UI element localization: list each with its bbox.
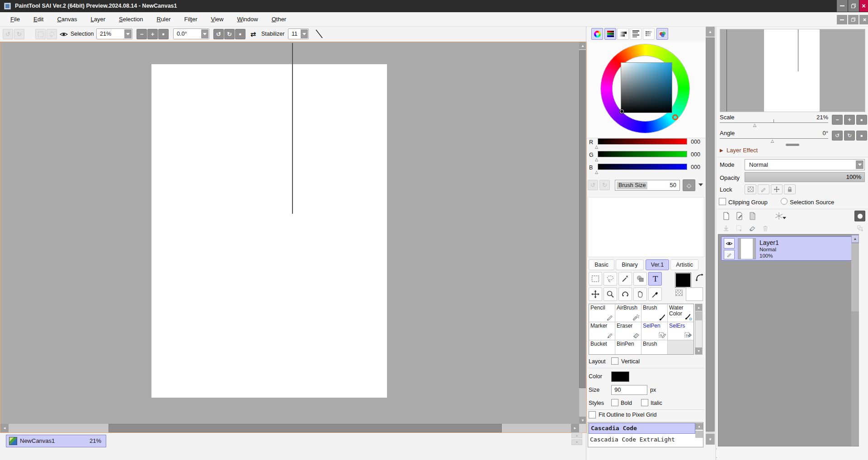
clear-layer-button[interactable] <box>747 223 758 233</box>
g-slider[interactable] <box>598 151 687 157</box>
layer-mask-button[interactable] <box>854 211 865 221</box>
canvas-hscroll-right-icon[interactable]: ► <box>571 424 579 432</box>
new-layer-button[interactable] <box>721 211 731 221</box>
redo-button[interactable]: ↻ <box>14 29 24 39</box>
perspective-ruler-button[interactable] <box>773 211 785 221</box>
mid-panel-scroll-up-icon[interactable]: ▲ <box>706 27 715 37</box>
panel-scroll-up-mini-icon[interactable]: ▲ <box>571 432 582 438</box>
marquee-tool-button[interactable] <box>589 272 602 286</box>
palette-grid-mode-button[interactable] <box>643 28 655 40</box>
undo-button[interactable]: ↺ <box>3 29 13 39</box>
grayscale-slider-mode-button[interactable] <box>617 28 629 40</box>
flip-horizontal-icon[interactable]: ⇄ <box>248 29 258 39</box>
rotate-ccw-button[interactable]: ↺ <box>213 29 224 39</box>
child-minimize-button[interactable] <box>837 15 847 24</box>
panel-resize-handle[interactable] <box>786 144 799 146</box>
window-minimize-button[interactable] <box>837 0 848 12</box>
blend-mode-dropdown[interactable]: Normal <box>745 159 865 170</box>
child-close-button[interactable]: × <box>859 15 868 24</box>
brush-list-scroll-up-icon[interactable]: ▲ <box>695 304 702 311</box>
brush-marker[interactable]: Marker <box>589 322 615 340</box>
zoom-in-button[interactable]: + <box>147 29 158 39</box>
canvas-page[interactable] <box>151 64 387 398</box>
rgb-slider-mode-button[interactable] <box>604 28 616 40</box>
angle-combo[interactable]: 0.0° <box>173 28 209 39</box>
menu-view[interactable]: View <box>204 12 230 27</box>
canvas-viewport[interactable]: ▲ ▼ ◄ ► <box>0 42 587 433</box>
layer-visibility-button[interactable] <box>724 238 735 249</box>
menu-canvas[interactable]: Canvas <box>50 12 84 27</box>
tab-basic[interactable]: Basic <box>589 259 614 270</box>
canvas-vscroll-up-icon[interactable]: ▲ <box>579 42 586 49</box>
brush-redo-button[interactable]: ↻ <box>599 180 610 190</box>
brush-list-scrollbar[interactable]: ▲ ▼ <box>695 304 703 355</box>
b-slider[interactable] <box>598 164 687 170</box>
canvas-hscroll-thumb[interactable] <box>108 424 502 432</box>
canvas-hscroll-left-icon[interactable]: ◄ <box>0 424 9 432</box>
b-slider-marker-icon[interactable]: △ <box>595 170 598 174</box>
swap-colors-icon[interactable] <box>695 273 704 282</box>
menu-window[interactable]: Window <box>230 12 264 27</box>
hue-cursor-icon[interactable] <box>672 114 678 120</box>
vertical-checkbox[interactable] <box>611 357 618 365</box>
magic-wand-tool-button[interactable] <box>618 272 632 286</box>
brush-watercolor[interactable]: Water Color <box>668 304 694 322</box>
zoom-out-button[interactable]: − <box>137 29 147 39</box>
rotate-cw-button[interactable]: ↻ <box>224 29 235 39</box>
lock-transparency-button[interactable] <box>745 184 756 194</box>
foreground-color-swatch[interactable] <box>675 272 691 288</box>
layer-effect-header[interactable]: Layer Effect <box>726 147 758 154</box>
brush-list-scroll-thumb[interactable] <box>695 311 702 320</box>
selection-source-radio[interactable] <box>781 198 788 205</box>
menu-layer[interactable]: Layer <box>84 12 112 27</box>
zoom-tool-button[interactable] <box>604 287 617 301</box>
brush-selpen[interactable]: SelPen s <box>642 322 668 340</box>
rotate-tool-button[interactable] <box>618 287 632 301</box>
mid-panel-scroll-down-icon[interactable]: ▼ <box>706 434 715 445</box>
lock-move-button[interactable] <box>771 184 783 194</box>
nav-angle-slider[interactable] <box>720 138 828 139</box>
menu-other[interactable]: Other <box>265 12 293 27</box>
brush-bucket[interactable]: Bucket <box>589 340 615 355</box>
hand-tool-button[interactable] <box>633 287 647 301</box>
nav-rotate-ccw-button[interactable]: ↺ <box>832 131 843 141</box>
sv-cursor-icon[interactable] <box>620 109 624 113</box>
clipping-group-checkbox[interactable] <box>719 198 726 205</box>
new-linework-layer-button[interactable] <box>734 211 745 221</box>
color-mixer-mode-button[interactable] <box>656 28 668 40</box>
nav-scale-marker-icon[interactable]: △ <box>753 123 756 127</box>
text-color-swatch[interactable] <box>611 371 629 382</box>
angle-combo-arrow-icon[interactable] <box>201 29 208 38</box>
navigator-preview[interactable] <box>720 29 865 112</box>
brush-size-dropdown-icon[interactable] <box>698 183 703 188</box>
g-slider-marker-icon[interactable]: △ <box>595 158 598 162</box>
canvas-vscroll-down-icon[interactable]: ▼ <box>579 417 586 424</box>
menu-ruler[interactable]: Ruler <box>150 12 177 27</box>
menu-selection[interactable]: Selection <box>112 12 150 27</box>
brush-selers[interactable]: SelErs s <box>668 322 694 340</box>
fit-outline-checkbox[interactable] <box>589 411 596 418</box>
brush-eraser[interactable]: Eraser <box>615 322 642 340</box>
nav-zoom-in-button[interactable]: + <box>844 115 855 125</box>
deselect-button[interactable] <box>35 29 46 39</box>
italic-checkbox[interactable] <box>641 399 648 406</box>
nav-zoom-out-button[interactable]: − <box>832 115 843 125</box>
font-item-cascadia-code-extralight[interactable]: Cascadia Code ExtraLight <box>588 435 695 445</box>
tab-binary[interactable]: Binary <box>616 259 644 270</box>
font-item-cascadia-code-light[interactable]: Cascadia Code Light <box>588 445 695 447</box>
nav-rotate-cw-button[interactable]: ↻ <box>844 131 855 141</box>
r-slider[interactable] <box>598 138 687 145</box>
move-tool-button[interactable] <box>589 287 602 301</box>
brush-brush[interactable]: Brush <box>642 304 668 322</box>
layer-list-scroll-up-icon[interactable]: ▲ <box>851 235 859 243</box>
lasso-tool-button[interactable] <box>604 272 617 286</box>
tab-artistic[interactable]: Artistic <box>670 259 698 270</box>
rotate-reset-button[interactable]: ■ <box>235 29 245 39</box>
new-layer-folder-button[interactable] <box>747 211 758 221</box>
merge-add-button[interactable] <box>734 223 745 233</box>
nav-zoom-reset-button[interactable]: ■ <box>856 115 867 125</box>
reselect-button[interactable] <box>47 29 57 39</box>
child-restore-button[interactable] <box>848 15 859 24</box>
zoom-combo-arrow-icon[interactable] <box>124 29 132 38</box>
r-slider-marker-icon[interactable]: △ <box>595 145 598 149</box>
